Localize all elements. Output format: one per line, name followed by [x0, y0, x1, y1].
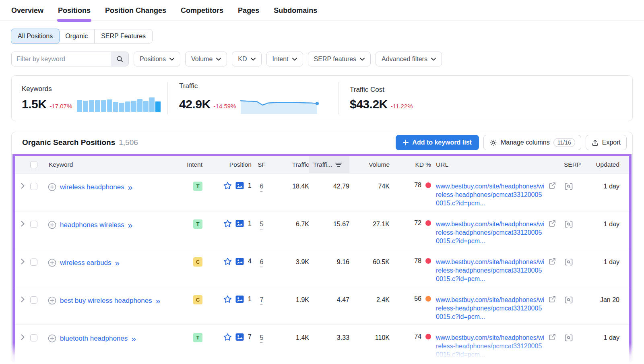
- tab-overview[interactable]: Overview: [11, 6, 43, 21]
- star-icon[interactable]: [223, 333, 232, 341]
- image-pack-icon[interactable]: [235, 219, 244, 228]
- select-all-checkbox[interactable]: [30, 161, 37, 168]
- keyword-search-button[interactable]: [111, 52, 128, 66]
- url-link[interactable]: www.bestbuy.com/site/headphones/wireless…: [436, 296, 545, 321]
- segment-organic[interactable]: Organic: [59, 29, 95, 43]
- intent-badge[interactable]: T: [193, 219, 202, 229]
- serp-features-filter-dropdown[interactable]: SERP features: [308, 52, 371, 66]
- star-icon[interactable]: [223, 295, 232, 303]
- tab-subdomains[interactable]: Subdomains: [274, 6, 317, 21]
- add-keyword-icon[interactable]: [48, 183, 56, 191]
- serp-features-count[interactable]: 7: [260, 296, 264, 305]
- keyword-link[interactable]: bluetooth headphones: [60, 335, 128, 343]
- view-serp-button[interactable]: [560, 259, 584, 266]
- positions-filter-dropdown[interactable]: Positions: [134, 52, 180, 66]
- position-value: 1: [248, 220, 252, 227]
- open-serp-chevrons-icon[interactable]: »: [115, 260, 120, 266]
- column-header-volume[interactable]: Volume: [349, 161, 390, 168]
- intent-badge[interactable]: T: [193, 182, 202, 191]
- expand-row-button[interactable]: [15, 259, 30, 265]
- serp-features-count[interactable]: 6: [260, 259, 264, 267]
- column-header-intent[interactable]: Intent: [180, 161, 202, 168]
- expand-row-button[interactable]: [15, 334, 30, 340]
- tab-positions[interactable]: Positions: [58, 6, 91, 21]
- url-link[interactable]: www.bestbuy.com/site/headphones/wireless…: [436, 333, 545, 359]
- url-link[interactable]: www.bestbuy.com/site/headphones/wireless…: [436, 182, 545, 207]
- column-header-keyword[interactable]: Keyword: [46, 161, 180, 168]
- manage-columns-button[interactable]: Manage columns 11/16: [483, 135, 581, 150]
- export-button[interactable]: Export: [586, 135, 627, 150]
- column-header-traffic-pct[interactable]: Traffi...: [309, 156, 349, 173]
- external-link-icon[interactable]: [549, 296, 556, 321]
- expand-row-button[interactable]: [15, 183, 30, 189]
- keyword-link[interactable]: headphones wireless: [60, 221, 124, 229]
- column-header-traffic[interactable]: Traffic: [272, 161, 309, 168]
- star-icon[interactable]: [223, 257, 232, 265]
- expand-row-button[interactable]: [15, 221, 30, 227]
- traffic-pct-header-label: Traffi...: [313, 161, 332, 168]
- expand-row-button[interactable]: [15, 296, 30, 302]
- add-keyword-icon[interactable]: [48, 221, 56, 229]
- kd-value: 56: [414, 295, 421, 302]
- keyword-filter-input[interactable]: [12, 52, 111, 66]
- tab-competitors[interactable]: Competitors: [181, 6, 223, 21]
- column-header-kd[interactable]: KD %: [390, 161, 431, 168]
- updated-value: 1 day: [584, 183, 629, 190]
- view-serp-button[interactable]: [560, 221, 584, 228]
- open-serp-chevrons-icon[interactable]: »: [156, 298, 161, 304]
- kd-value: 74: [414, 333, 421, 340]
- serp-features-count[interactable]: 5: [260, 334, 264, 343]
- intent-badge[interactable]: T: [193, 333, 202, 342]
- open-serp-chevrons-icon[interactable]: »: [128, 222, 133, 228]
- keyword-link[interactable]: wireless headphones: [60, 183, 124, 191]
- row-checkbox[interactable]: [30, 221, 37, 228]
- row-checkbox[interactable]: [30, 334, 37, 341]
- external-link-icon[interactable]: [549, 333, 556, 359]
- url-link[interactable]: www.bestbuy.com/site/headphones/wireless…: [436, 220, 545, 245]
- open-serp-chevrons-icon[interactable]: »: [128, 184, 133, 190]
- volume-filter-dropdown[interactable]: Volume: [185, 52, 227, 66]
- serp-features-count[interactable]: 6: [260, 183, 264, 192]
- column-header-url[interactable]: URL: [431, 161, 560, 168]
- keywords-stat-value: 1.5K: [22, 97, 46, 111]
- image-pack-icon[interactable]: [235, 295, 244, 303]
- keyword-link[interactable]: wireless earbuds: [60, 259, 111, 267]
- row-checkbox[interactable]: [30, 183, 37, 190]
- intent-badge[interactable]: C: [193, 257, 202, 267]
- traffic-value: 1.4K: [272, 334, 309, 341]
- column-header-updated[interactable]: Updated: [584, 161, 629, 168]
- tab-pages[interactable]: Pages: [238, 6, 259, 21]
- add-keyword-icon[interactable]: [48, 296, 56, 305]
- image-pack-icon[interactable]: [235, 333, 244, 341]
- external-link-icon[interactable]: [549, 182, 556, 207]
- star-icon[interactable]: [223, 219, 232, 228]
- open-serp-chevrons-icon[interactable]: »: [131, 336, 136, 341]
- segment-all-positions[interactable]: All Positions: [11, 29, 59, 43]
- advanced-filters-dropdown[interactable]: Advanced filters: [376, 52, 442, 66]
- tab-position-changes[interactable]: Position Changes: [105, 6, 166, 21]
- updated-value: Jan 20: [584, 296, 629, 304]
- external-link-icon[interactable]: [549, 220, 556, 245]
- view-serp-button[interactable]: [560, 296, 584, 304]
- row-checkbox[interactable]: [30, 259, 37, 266]
- image-pack-icon[interactable]: [235, 257, 244, 265]
- row-checkbox[interactable]: [30, 296, 37, 304]
- view-serp-button[interactable]: [560, 334, 584, 341]
- star-icon[interactable]: [223, 182, 232, 190]
- view-serp-button[interactable]: [560, 183, 584, 190]
- add-to-keyword-list-button[interactable]: Add to keyword list: [396, 135, 479, 150]
- intent-filter-dropdown[interactable]: Intent: [266, 52, 303, 66]
- external-link-icon[interactable]: [549, 258, 556, 283]
- keyword-link[interactable]: best buy wireless headphones: [60, 297, 152, 305]
- image-pack-icon[interactable]: [235, 182, 244, 190]
- column-header-position[interactable]: Position: [202, 161, 252, 168]
- intent-badge[interactable]: C: [193, 295, 202, 304]
- column-header-sf[interactable]: SF: [252, 161, 272, 168]
- segment-serp-features[interactable]: SERP Features: [95, 29, 152, 43]
- add-keyword-icon[interactable]: [48, 259, 56, 267]
- url-link[interactable]: www.bestbuy.com/site/headphones/wireless…: [436, 258, 545, 283]
- add-keyword-icon[interactable]: [48, 334, 56, 343]
- kd-filter-dropdown[interactable]: KD: [232, 52, 261, 66]
- updated-value: 1 day: [584, 334, 629, 341]
- serp-features-count[interactable]: 5: [260, 221, 264, 230]
